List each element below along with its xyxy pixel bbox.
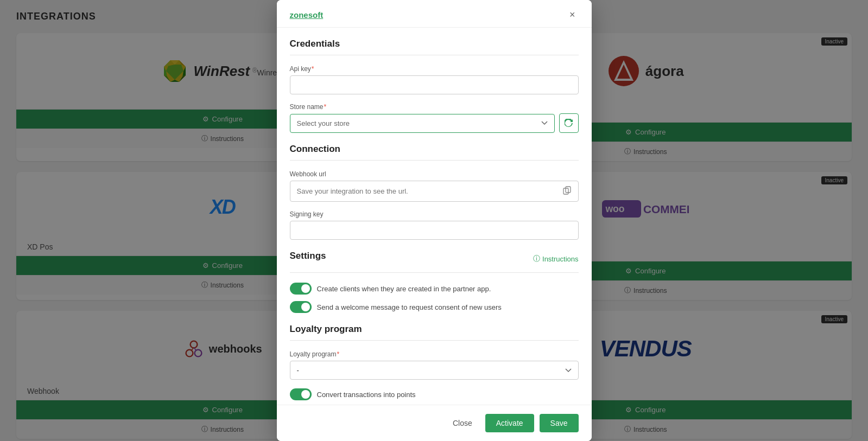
modal-footer: Close Activate Save	[277, 405, 592, 441]
modal-header: zonesoft ×	[277, 0, 592, 28]
toggle2[interactable]	[290, 301, 312, 313]
credentials-title: Credentials	[290, 39, 579, 49]
store-name-label: Store name*	[290, 103, 579, 111]
store-refresh-button[interactable]	[559, 113, 579, 133]
toggle2-label: Send a welcome message to request consen…	[317, 303, 502, 311]
store-name-group: Store name* Select your store	[290, 103, 579, 133]
connection-section: Connection Webhook url	[290, 144, 579, 240]
toggle1-row: Create clients when they are created in …	[290, 283, 579, 295]
signing-key-input[interactable]	[290, 221, 579, 240]
refresh-icon	[565, 119, 573, 127]
webhook-url-label: Webhook url	[290, 170, 579, 178]
activate-button[interactable]: Activate	[485, 414, 534, 432]
toggle3-slider	[290, 388, 312, 400]
toggle1-label: Create clients when they are created in …	[317, 285, 491, 293]
settings-divider	[290, 272, 579, 273]
loyalty-title: Loyalty program	[290, 324, 579, 335]
signing-key-label: Signing key	[290, 210, 579, 218]
zonesoft-modal: zonesoft × Credentials Api key* Store na…	[277, 0, 592, 441]
modal-brand[interactable]: zonesoft	[290, 10, 324, 20]
loyalty-divider	[290, 340, 579, 341]
toggle1-slider	[290, 283, 312, 295]
store-select[interactable]: Select your store	[290, 114, 555, 133]
toggle2-row: Send a welcome message to request consen…	[290, 301, 579, 313]
credentials-section: Credentials Api key* Store name* Select …	[290, 39, 579, 133]
signing-key-group: Signing key	[290, 210, 579, 240]
settings-instructions-link[interactable]: ⓘ Instructions	[533, 254, 578, 264]
info-icon-settings: ⓘ	[533, 254, 540, 264]
store-name-required: *	[324, 103, 327, 111]
api-key-required: *	[312, 65, 314, 73]
toggle3-label: Convert transactions into points	[317, 391, 416, 399]
loyalty-select[interactable]: -	[290, 361, 579, 380]
copy-icon[interactable]	[563, 186, 572, 196]
close-button[interactable]: Close	[445, 414, 480, 432]
webhook-url-wrapper	[290, 181, 579, 202]
loyalty-program-label: Loyalty program*	[290, 350, 579, 358]
connection-divider	[290, 160, 579, 161]
toggle3[interactable]	[290, 388, 312, 400]
settings-section: Settings ⓘ Instructions Create clients w…	[290, 251, 579, 313]
settings-instructions-label: Instructions	[542, 255, 578, 263]
settings-header: Settings ⓘ Instructions	[290, 251, 579, 267]
toggle3-row: Convert transactions into points	[290, 388, 579, 400]
api-key-group: Api key*	[290, 65, 579, 94]
credentials-divider	[290, 55, 579, 55]
api-key-label: Api key*	[290, 65, 579, 73]
toggle1[interactable]	[290, 283, 312, 295]
api-key-input[interactable]	[290, 75, 579, 94]
settings-title: Settings	[290, 251, 326, 261]
modal-body: Credentials Api key* Store name* Select …	[277, 28, 592, 440]
store-select-wrapper: Select your store	[290, 113, 579, 133]
connection-title: Connection	[290, 144, 579, 155]
loyalty-program-group: Loyalty program* -	[290, 350, 579, 380]
webhook-url-group: Webhook url	[290, 170, 579, 202]
webhook-url-input[interactable]	[297, 187, 559, 195]
modal-close-button[interactable]: ×	[566, 9, 579, 21]
save-button[interactable]: Save	[540, 414, 579, 432]
modal-overlay: zonesoft × Credentials Api key* Store na…	[0, 0, 868, 441]
toggle2-slider	[290, 301, 312, 313]
